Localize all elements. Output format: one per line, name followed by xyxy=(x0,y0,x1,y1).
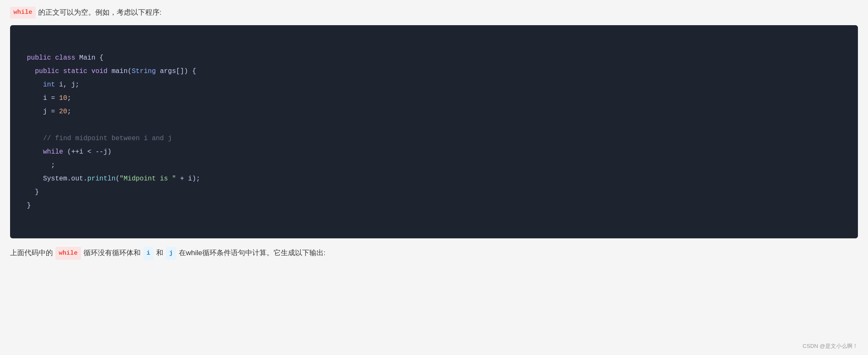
keyword-public2: public xyxy=(35,68,59,75)
comment-midpoint: // find midpoint between i and j xyxy=(43,135,172,142)
semi2: ; xyxy=(67,108,71,115)
method-main: main( xyxy=(112,68,132,75)
num-20: 20 xyxy=(59,108,67,115)
while-tag-intro: while xyxy=(10,7,36,18)
keyword-while: while xyxy=(43,148,63,156)
plus-i: + i); xyxy=(180,175,200,183)
println-method: println xyxy=(87,175,115,183)
intro-prefix: 的正文可以为空。例如，考虑以下程序: xyxy=(38,7,162,18)
assign-i: i = xyxy=(43,94,59,102)
watermark: CSDN @是文小么啊！ xyxy=(803,342,858,350)
j-tag-bottom: j xyxy=(166,247,176,260)
num-10: 10 xyxy=(59,94,67,102)
assign-j: j = xyxy=(43,108,59,115)
page-container: while 的正文可以为空。例如，考虑以下程序: public class Ma… xyxy=(0,0,868,266)
intro-text: while 的正文可以为空。例如，考虑以下程序: xyxy=(10,7,858,18)
while-tag-bottom: while xyxy=(55,247,81,260)
bottom-prefix: 上面代码中的 xyxy=(10,247,53,260)
semi1: ; xyxy=(67,94,71,102)
i-tag-bottom: i xyxy=(143,247,154,260)
close-brace1: } xyxy=(35,188,39,196)
keyword-static: static xyxy=(63,68,87,75)
code-block: public class Main { public static void m… xyxy=(27,38,841,226)
var-ij: i, j; xyxy=(59,81,79,89)
bottom-middle: 循环没有循环体和 xyxy=(84,247,141,260)
type-int: int xyxy=(43,81,55,89)
while-condition: (++i < --j) xyxy=(67,148,112,156)
keyword-void: void xyxy=(92,68,107,75)
args-param: args[]) { xyxy=(160,68,196,75)
keyword-public1: public xyxy=(27,54,51,62)
bottom-and: 和 xyxy=(156,247,163,260)
bottom-text: 上面代码中的 while 循环没有循环体和 i 和 j 在while循环条件语句… xyxy=(10,247,858,260)
println-args: ( xyxy=(115,175,120,183)
empty-stmt: ; xyxy=(51,162,55,169)
close-brace2: } xyxy=(27,202,31,209)
code-block-container: public class Main { public static void m… xyxy=(10,25,858,238)
type-string: String xyxy=(132,68,156,75)
class-name: Main { xyxy=(79,54,104,62)
string-midpoint: "Midpoint is " xyxy=(120,175,176,183)
bottom-suffix: 在while循环条件语句中计算。它生成以下输出: xyxy=(179,247,325,260)
keyword-class: class xyxy=(55,54,75,62)
system-out: System.out. xyxy=(43,175,87,183)
